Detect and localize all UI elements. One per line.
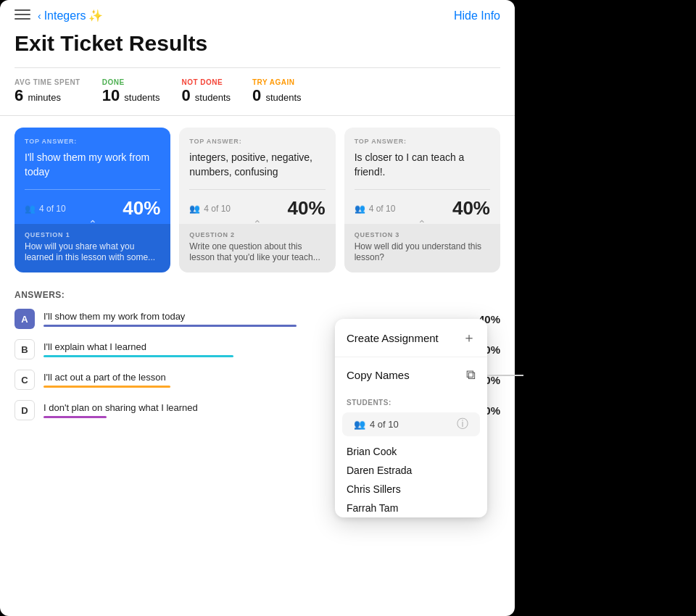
student-name-4: Farrah Tam [335, 499, 487, 517]
people-icon-3: 👥 [355, 204, 365, 214]
card1-footer: 👥 4 of 10 40% [25, 197, 160, 220]
people-icon-2: 👥 [189, 204, 200, 214]
popup-menu: Create Assignment ＋ Copy Names ⧉ STUDENT… [335, 319, 487, 517]
plus-icon: ＋ [463, 329, 476, 346]
tryagain-label: TRY AGAIN [252, 78, 302, 86]
answer-bar-c [44, 386, 170, 388]
header-left: ‹ Integers ✨ [14, 9, 103, 22]
card2-top-label: TOP ANSWER: [189, 138, 325, 145]
card1-top-label: TOP ANSWER: [25, 138, 160, 145]
question-card-1[interactable]: TOP ANSWER: I'll show them my work from … [14, 128, 170, 272]
card3-footer: 👥 4 of 10 40% [355, 197, 490, 220]
card1-students: 👥 4 of 10 [25, 204, 66, 214]
page-title: Exit Ticket Results [0, 28, 515, 67]
notdone-value: 0 students [181, 86, 231, 105]
card3-top-label: TOP ANSWER: [355, 138, 490, 145]
stat-avg-time: AVG TIME SPENT 6 minutes [14, 78, 80, 105]
card3-question-text: How well did you understand this lesson? [355, 241, 490, 264]
avg-time-value: 6 minutes [14, 86, 80, 105]
answer-bar-a [44, 325, 297, 327]
question-card-2[interactable]: TOP ANSWER: integers, positive, negative… [179, 128, 335, 272]
card3-question-section: ⌃ QUESTION 3 How well did you understand… [344, 224, 500, 272]
card3-divider [355, 189, 490, 190]
student-name-2: Daren Estrada [335, 461, 487, 480]
sparkle-icon: ✨ [88, 9, 103, 22]
students-count: 👥 4 of 10 [354, 419, 399, 430]
people-icon: 👥 [25, 204, 36, 214]
answer-letter-c: C [14, 370, 35, 390]
answer-letter-a: A [14, 309, 35, 329]
card1-question-text: How will you share what you learned in t… [25, 241, 160, 264]
stats-bar: AVG TIME SPENT 6 minutes DONE 10 student… [0, 68, 515, 116]
card2-footer: 👥 4 of 10 40% [189, 197, 325, 220]
back-label: Integers [44, 9, 86, 22]
answer-letter-d: D [14, 400, 35, 420]
answer-letter-b: B [14, 339, 35, 359]
stat-try-again: TRY AGAIN 0 students [252, 78, 302, 105]
students-header: STUDENTS: [335, 396, 487, 412]
chevron-up-icon-3: ⌃ [418, 218, 426, 230]
card1-answer: I'll show them my work from today [25, 151, 160, 179]
cards-row: TOP ANSWER: I'll show them my work from … [0, 116, 515, 281]
card3-percent: 40% [452, 197, 490, 220]
card1-question-section: ⌃ QUESTION 1 How will you share what you… [14, 224, 170, 272]
done-label: DONE [102, 78, 160, 86]
notdone-label: NOT DONE [181, 78, 231, 86]
tryagain-value: 0 students [252, 86, 302, 105]
card2-divider [189, 189, 325, 190]
copy-names-button[interactable]: Copy Names ⧉ [335, 357, 487, 393]
done-value: 10 students [102, 86, 160, 105]
answer-bar-b [44, 355, 233, 357]
chevron-left-icon: ‹ [38, 10, 41, 22]
people-icon-students: 👥 [354, 419, 365, 430]
card2-question-section: ⌃ QUESTION 2 Write one question about th… [179, 224, 335, 272]
card3-students: 👥 4 of 10 [355, 204, 396, 214]
avg-time-label: AVG TIME SPENT [14, 78, 80, 86]
answer-bar-d [44, 416, 107, 418]
answers-title: ANSWERS: [14, 290, 500, 300]
header: ‹ Integers ✨ Hide Info [0, 0, 515, 28]
student-name-3: Chris Sillers [335, 480, 487, 499]
copy-icon: ⧉ [466, 367, 476, 383]
card3-answer: Is closer to I can teach a friend!. [355, 151, 490, 179]
card1-question-num: QUESTION 1 [25, 231, 160, 238]
question-card-3[interactable]: TOP ANSWER: Is closer to I can teach a f… [344, 128, 500, 272]
chevron-up-icon-1: ⌃ [88, 218, 97, 230]
create-assignment-button[interactable]: Create Assignment ＋ [335, 319, 487, 357]
card2-percent: 40% [288, 197, 326, 220]
student-name-1: Brian Cook [335, 442, 487, 461]
create-assignment-label: Create Assignment [347, 332, 439, 344]
card2-question-text: Write one question about this lesson tha… [189, 241, 325, 264]
copy-names-label: Copy Names [347, 369, 410, 381]
main-panel: ‹ Integers ✨ Hide Info Exit Ticket Resul… [0, 0, 515, 616]
back-button[interactable]: ‹ Integers ✨ [38, 9, 103, 22]
info-circle-icon[interactable]: ⓘ [457, 417, 468, 432]
stat-not-done: NOT DONE 0 students [181, 78, 231, 105]
chevron-up-icon-2: ⌃ [253, 218, 262, 230]
stat-done: DONE 10 students [102, 78, 160, 105]
card2-students: 👥 4 of 10 [189, 204, 231, 214]
students-section: STUDENTS: 👥 4 of 10 ⓘ Brian Cook Daren E… [335, 393, 487, 517]
popup-connector-line [487, 375, 523, 376]
hide-info-button[interactable]: Hide Info [454, 9, 500, 22]
card2-question-num: QUESTION 2 [189, 231, 325, 238]
students-count-row: 👥 4 of 10 ⓘ [342, 412, 480, 436]
sidebar-toggle-button[interactable] [14, 9, 30, 22]
card1-divider [25, 189, 160, 190]
card3-question-num: QUESTION 3 [355, 231, 490, 238]
card1-percent: 40% [123, 197, 160, 220]
card2-answer: integers, positive, negative, numbers, c… [189, 151, 325, 179]
